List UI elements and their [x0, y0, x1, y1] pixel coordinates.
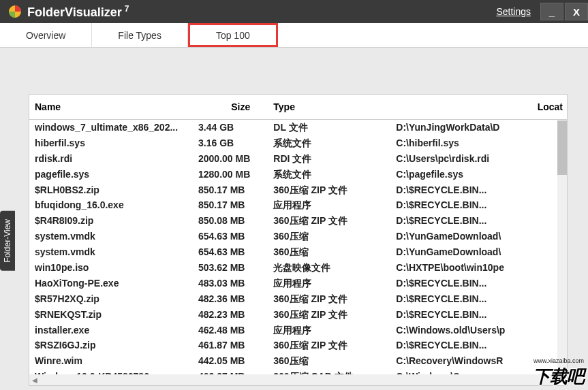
close-button[interactable]: X [565, 3, 588, 20]
table-row[interactable]: system.vmdk654.63 MB360压缩D:\YunGameDownl… [29, 244, 567, 260]
cell-location: D:\YunGameDownload\ [390, 244, 567, 260]
cell-location: D:\$RECYCLE.BIN... [390, 213, 567, 229]
cell-type: 360压缩 [268, 244, 390, 260]
cell-name: system.vmdk [29, 229, 193, 244]
cell-name: hiberfil.sys [29, 135, 193, 151]
vertical-scrollbar-thumb[interactable] [557, 120, 567, 175]
cell-location: D:\$RECYCLE.BIN... [390, 197, 567, 213]
cell-name: $R57H2XQ.zip [29, 291, 193, 307]
table-row[interactable]: Winre.wim442.05 MB360压缩C:\Recovery\Windo… [29, 353, 567, 369]
table-row[interactable]: $R57H2XQ.zip482.36 MB360压缩 ZIP 文件D:\$REC… [29, 291, 567, 307]
cell-type: 360压缩 ZIP 文件 [268, 182, 390, 198]
cell-name: Winre.wim [29, 353, 193, 369]
cell-location: C:\HXTPE\boot\win10pe [390, 260, 567, 276]
col-type[interactable]: Type [268, 95, 390, 120]
table-row[interactable]: $RNEKQST.zip482.23 MB360压缩 ZIP 文件D:\$REC… [29, 307, 567, 323]
table-row[interactable]: windows_7_ultimate_x86_202...3.44 GBDL 文… [29, 120, 567, 135]
cell-type: 360压缩 ZIP 文件 [268, 213, 390, 229]
table-row[interactable]: win10pe.iso503.62 MB光盘映像文件C:\HXTPE\boot\… [29, 260, 567, 276]
file-table: Name Size Type Locat windows_7_ultimate_… [29, 95, 567, 385]
minimize-button[interactable]: _ [540, 3, 563, 20]
content-area: Folder-View Name Size Type Locat windows… [0, 48, 588, 390]
app-logo-icon [8, 5, 22, 18]
tabs: Overview File Types Top 100 [0, 23, 588, 48]
cell-size: 1280.00 MB [193, 167, 268, 182]
cell-size: 654.63 MB [193, 244, 268, 260]
table-row[interactable]: rdisk.rdi2000.00 MBRDI 文件C:\Users\pc\rdi… [29, 151, 567, 167]
table-row[interactable]: $RLH0BS2.zip850.17 MB360压缩 ZIP 文件D:\$REC… [29, 182, 567, 198]
cell-type: 应用程序 [268, 276, 390, 291]
cell-type: 光盘映像文件 [268, 260, 390, 276]
app-version: 7 [125, 4, 129, 14]
table-row[interactable]: hiberfil.sys3.16 GB系统文件C:\hiberfil.sys [29, 135, 567, 151]
cell-location: D:\$RECYCLE.BIN... [390, 182, 567, 198]
cell-name: windows_7_ultimate_x86_202... [29, 120, 193, 135]
cell-location: D:\$RECYCLE.BIN... [390, 307, 567, 323]
cell-type: 360压缩 ZIP 文件 [268, 338, 390, 353]
cell-location: C:\Windows.old\Users\p [390, 323, 567, 338]
cell-name: rdisk.rdi [29, 151, 193, 167]
cell-type: 360压缩 ZIP 文件 [268, 307, 390, 323]
horizontal-scrollbar[interactable]: ◀ [29, 374, 557, 385]
cell-size: 482.36 MB [193, 291, 268, 307]
cell-type: 360压缩 ZIP 文件 [268, 291, 390, 307]
col-size[interactable]: Size [193, 95, 268, 120]
cell-size: 442.05 MB [193, 353, 268, 369]
cell-size: 482.23 MB [193, 307, 268, 323]
cell-name: $RSZI6GJ.zip [29, 338, 193, 353]
app-title: FolderVisualizer7 [27, 4, 129, 20]
cell-location: C:\Users\pc\rdisk.rdi [390, 151, 567, 167]
cell-name: $R4R8I09.zip [29, 213, 193, 229]
file-table-container: Name Size Type Locat windows_7_ultimate_… [29, 94, 568, 386]
tab-file-types[interactable]: File Types [92, 23, 188, 47]
cell-name: installer.exe [29, 323, 193, 338]
cell-location: D:\YunJingWorkData\D [390, 120, 567, 135]
table-row[interactable]: bfuqidong_16.0.exe850.17 MB应用程序D:\$RECYC… [29, 197, 567, 213]
tab-top-100[interactable]: Top 100 [188, 23, 278, 47]
cell-size: 461.87 MB [193, 338, 268, 353]
cell-name: $RNEKQST.zip [29, 307, 193, 323]
cell-location: D:\$RECYCLE.BIN... [390, 291, 567, 307]
cell-size: 654.63 MB [193, 229, 268, 244]
table-row[interactable]: $RSZI6GJ.zip461.87 MB360压缩 ZIP 文件D:\$REC… [29, 338, 567, 353]
cell-type: 系统文件 [268, 167, 390, 182]
cell-type: 系统文件 [268, 135, 390, 151]
cell-size: 3.16 GB [193, 135, 268, 151]
cell-location: C:\hiberfil.sys [390, 135, 567, 151]
cell-type: 360压缩 [268, 229, 390, 244]
cell-type: 应用程序 [268, 323, 390, 338]
cell-size: 462.48 MB [193, 323, 268, 338]
scroll-left-icon[interactable]: ◀ [29, 374, 40, 385]
cell-location: C:\pagefile.sys [390, 167, 567, 182]
cell-size: 850.17 MB [193, 197, 268, 213]
cell-location: D:\YunGameDownload\ [390, 229, 567, 244]
tab-overview[interactable]: Overview [0, 23, 92, 47]
table-row[interactable]: $R4R8I09.zip850.08 MB360压缩 ZIP 文件D:\$REC… [29, 213, 567, 229]
cell-name: system.vmdk [29, 244, 193, 260]
cell-size: 850.17 MB [193, 182, 268, 198]
settings-link[interactable]: Settings [496, 6, 531, 17]
cell-type: 应用程序 [268, 197, 390, 213]
cell-name: HaoXiTong-PE.exe [29, 276, 193, 291]
folder-view-side-tab[interactable]: Folder-View [0, 211, 15, 271]
table-row[interactable]: installer.exe462.48 MB应用程序C:\Windows.old… [29, 323, 567, 338]
titlebar: FolderVisualizer7 Settings _ X [0, 0, 588, 23]
table-row[interactable]: system.vmdk654.63 MB360压缩D:\YunGameDownl… [29, 229, 567, 244]
cell-size: 483.03 MB [193, 276, 268, 291]
cell-location: C:\Recovery\WindowsR [390, 353, 567, 369]
cell-size: 850.08 MB [193, 213, 268, 229]
table-row[interactable]: HaoXiTong-PE.exe483.03 MB应用程序D:\$RECYCLE… [29, 276, 567, 291]
cell-name: bfuqidong_16.0.exe [29, 197, 193, 213]
cell-name: $RLH0BS2.zip [29, 182, 193, 198]
cell-type: 360压缩 [268, 353, 390, 369]
cell-name: win10pe.iso [29, 260, 193, 276]
col-location[interactable]: Locat [390, 95, 567, 120]
cell-location: D:\$RECYCLE.BIN... [390, 338, 567, 353]
cell-location: D:\$RECYCLE.BIN... [390, 276, 567, 291]
table-row[interactable]: pagefile.sys1280.00 MB系统文件C:\pagefile.sy… [29, 167, 567, 182]
cell-size: 2000.00 MB [193, 151, 268, 167]
cell-size: 3.44 GB [193, 120, 268, 135]
cell-type: DL 文件 [268, 120, 390, 135]
col-name[interactable]: Name [29, 95, 193, 120]
cell-name: pagefile.sys [29, 167, 193, 182]
